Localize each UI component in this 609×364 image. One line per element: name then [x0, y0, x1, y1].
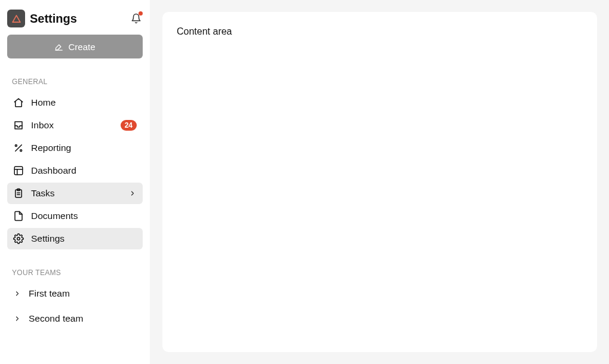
nav-item-label: Home [31, 97, 137, 108]
file-icon [13, 211, 24, 221]
layout-icon [13, 165, 24, 176]
nav-item-dashboard[interactable]: Dashboard [7, 160, 143, 181]
edit-pencil-icon [54, 42, 63, 51]
svg-point-1 [15, 144, 17, 146]
nav-item-home[interactable]: Home [7, 92, 143, 113]
nav-item-settings[interactable]: Settings [7, 228, 143, 249]
content-text: Content area [177, 26, 583, 37]
sidebar: Settings Create GENERAL [0, 0, 150, 364]
svg-point-10 [17, 237, 20, 240]
nav-item-documents[interactable]: Documents [7, 205, 143, 227]
team-item-label: First team [29, 288, 70, 299]
notifications-button[interactable] [130, 12, 143, 25]
svg-point-2 [20, 150, 22, 152]
team-item-label: Second team [29, 313, 83, 324]
nav-item-label: Settings [31, 233, 137, 244]
nav-item-label: Reporting [31, 143, 137, 153]
chevron-right-icon [13, 314, 21, 323]
clipboard-icon [13, 188, 24, 199]
brand[interactable]: Settings [7, 10, 77, 27]
nav-item-label: Inbox [31, 120, 113, 131]
home-icon [13, 97, 24, 108]
chevron-right-icon [128, 189, 137, 198]
svg-rect-3 [14, 166, 23, 175]
create-button-label: Create [68, 42, 95, 52]
nav-item-label: Documents [31, 211, 137, 221]
nav-item-inbox[interactable]: Inbox 24 [7, 115, 143, 136]
page-title: Settings [30, 12, 77, 26]
nav-item-tasks[interactable]: Tasks [7, 183, 143, 204]
create-button[interactable]: Create [7, 35, 143, 58]
team-item-second[interactable]: Second team [7, 308, 143, 329]
section-label-general: GENERAL [7, 73, 143, 92]
section-label-teams: YOUR TEAMS [7, 264, 143, 283]
team-item-first[interactable]: First team [7, 283, 143, 304]
app-logo-icon [7, 10, 25, 27]
nav-item-label: Tasks [31, 188, 121, 199]
sidebar-header: Settings [7, 7, 143, 35]
percent-icon [13, 143, 24, 153]
chevron-right-icon [13, 289, 21, 298]
nav-item-reporting[interactable]: Reporting [7, 137, 143, 159]
inbox-icon [13, 120, 24, 131]
inbox-badge: 24 [121, 120, 137, 131]
svg-line-0 [16, 145, 22, 152]
gear-icon [13, 233, 24, 244]
nav-item-label: Dashboard [31, 165, 137, 176]
notification-dot-icon [139, 11, 143, 16]
main-content: Content area [150, 0, 609, 364]
content-card: Content area [162, 12, 597, 352]
